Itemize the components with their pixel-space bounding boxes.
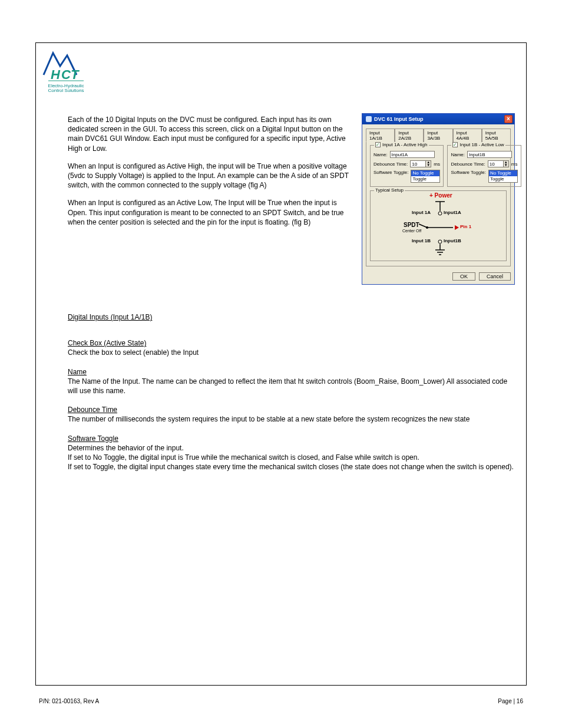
name-field-1a[interactable]: Input1A (390, 151, 435, 158)
debounce-unit-1a: ms (434, 162, 440, 167)
section-toggle-rule-1: If set to No Toggle, the digital input i… (68, 453, 419, 462)
section-debounce-text: The number of milliseconds the system re… (68, 415, 470, 423)
toggle-option-toggle-1b[interactable]: Toggle (489, 176, 517, 182)
svg-line-9 (419, 224, 427, 228)
svg-point-10 (438, 240, 442, 243)
intro-paragraph-1: Each of the 10 Digital Inputs on the DVC… (68, 115, 351, 153)
input-1a-pin-label: Input 1A (412, 210, 431, 215)
checkbox-input-1b[interactable]: ✓ (452, 142, 458, 147)
spdt-sub-label: Center Off (402, 229, 421, 233)
section-toggle-heading: Software Toggle (68, 434, 118, 443)
tab-input-2[interactable]: Input 2A/2B (395, 129, 424, 142)
close-icon[interactable]: × (504, 115, 513, 123)
tab-strip: Input 1A/1B Input 2A/2B Input 3A/3B Inpu… (366, 128, 511, 142)
page-footer: P/N: 021-00163, Rev A Page | 16 (35, 698, 527, 704)
toggle-option-no-toggle-1b[interactable]: No Toggle (489, 170, 517, 176)
checkbox-input-1a[interactable]: ✓ (375, 142, 381, 147)
section-checkbox-heading: Check Box (Active State) (68, 339, 146, 347)
intro-paragraph-3: When an Input is configured as an Active… (68, 198, 351, 227)
debounce-value-1a[interactable]: 10 (410, 160, 425, 167)
svg-text:C: C (61, 67, 71, 82)
ok-button[interactable]: OK (452, 272, 475, 281)
toggle-listbox-1b[interactable]: No Toggle Toggle (488, 170, 518, 183)
input-1a-name-label: Input1A (444, 210, 461, 215)
debounce-stepper-1b[interactable]: 10 ▲▼ (488, 160, 509, 167)
footer-part-number: P/N: 021-00163, Rev A (39, 698, 99, 704)
mountain-logo-icon: H C T (42, 48, 90, 84)
toggle-option-no-toggle-1a[interactable]: No Toggle (411, 170, 439, 176)
section-digital-inputs-heading: Digital Inputs (Input 1A/1B) (68, 313, 152, 321)
name-field-1b[interactable]: Input1B (467, 151, 512, 158)
group-input-1b: ✓ Input 1B - Active Low Name: Input1B De… (447, 145, 521, 187)
footer-page-number: Page | 16 (498, 698, 523, 704)
dialog-title: DVC 61 Input Setup (374, 116, 424, 122)
svg-text:H: H (51, 67, 61, 82)
debounce-unit-1b: ms (511, 162, 518, 167)
spdt-label: SPDT (404, 222, 419, 228)
toggle-label-1a: Software Toggle: (373, 170, 408, 175)
input-1b-pin-label: Input 1B (412, 238, 431, 243)
brand-logo: H C T Electro-Hydraulic Control Solution… (42, 48, 90, 93)
group-1a-legend: Input 1A - Active High (382, 142, 428, 147)
name-label-1a: Name: (373, 152, 388, 157)
name-label-1b: Name: (451, 152, 465, 157)
group-1b-legend: Input 1B - Active Low (459, 142, 504, 147)
spinner-arrows-icon[interactable]: ▲▼ (503, 160, 509, 167)
tab-input-4[interactable]: Input 4A/4B (453, 129, 482, 142)
group-input-1a: ✓ Input 1A - Active High Name: Input1A D… (370, 145, 444, 187)
intro-text-block: Each of the 10 Digital Inputs on the DVC… (68, 115, 351, 235)
toggle-label-1b: Software Toggle: (451, 170, 485, 175)
wiring-diagram-icon (371, 191, 510, 259)
section-debounce-heading: Debounce Time (68, 406, 117, 414)
section-name-text: The Name of the Input. The name can be c… (68, 377, 507, 395)
input-1b-name-label: Input1B (444, 238, 461, 243)
section-toggle-rule-2: If set to Toggle, the digital input chan… (68, 463, 514, 471)
svg-text:T: T (71, 67, 80, 82)
pin1-label: Pin 1 (460, 224, 471, 229)
section-checkbox-text: Check the box to select (enable) the Inp… (68, 348, 199, 357)
input-setup-dialog: DVC 61 Input Setup × Input 1A/1B Input 2… (362, 113, 515, 285)
debounce-label-1a: Debounce Time: (373, 162, 408, 167)
tab-input-3[interactable]: Input 3A/3B (424, 129, 452, 142)
spinner-arrows-icon[interactable]: ▲▼ (425, 160, 431, 167)
tab-input-1[interactable]: Input 1A/1B (366, 129, 395, 142)
section-name-heading: Name (68, 368, 87, 376)
toggle-option-toggle-1a[interactable]: Toggle (411, 176, 439, 182)
app-icon (366, 116, 372, 122)
debounce-label-1b: Debounce Time: (451, 162, 485, 167)
typical-setup-group: Typical Setup (370, 190, 507, 261)
section-toggle-intro: Determines the behavior of the input. (68, 444, 184, 452)
power-label: + Power (429, 192, 452, 199)
svg-point-6 (438, 212, 442, 215)
debounce-value-1b[interactable]: 10 (488, 160, 503, 167)
cancel-button[interactable]: Cancel (479, 272, 511, 281)
logo-tagline-2: Control Solutions (42, 88, 90, 93)
tab-input-5[interactable]: Input 5A/5B (482, 129, 511, 142)
dialog-figure: DVC 61 Input Setup × Input 1A/1B Input 2… (362, 113, 515, 285)
debounce-stepper-1a[interactable]: 10 ▲▼ (410, 160, 431, 167)
toggle-listbox-1a[interactable]: No Toggle Toggle (411, 170, 440, 183)
dialog-titlebar: DVC 61 Input Setup × (362, 114, 514, 124)
intro-paragraph-2: When an Input is configured as Active Hi… (68, 162, 351, 190)
